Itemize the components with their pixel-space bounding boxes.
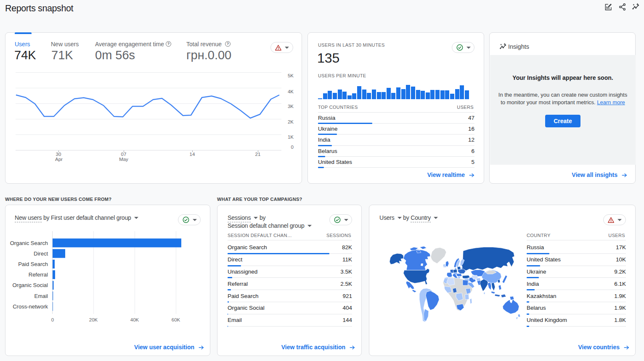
- svg-text:Email: Email: [34, 293, 48, 299]
- svg-text:Referral: Referral: [29, 271, 48, 278]
- svg-text:4K: 4K: [288, 89, 294, 94]
- svg-text:3K: 3K: [288, 104, 294, 109]
- svg-text:20K: 20K: [89, 317, 98, 322]
- svg-text:0: 0: [51, 317, 54, 322]
- svg-text:60K: 60K: [172, 317, 180, 322]
- svg-text:5K: 5K: [288, 73, 294, 78]
- svg-text:07: 07: [121, 152, 127, 157]
- svg-text:30: 30: [56, 152, 61, 157]
- svg-text:Paid Search: Paid Search: [18, 261, 48, 267]
- svg-text:Organic Search: Organic Search: [10, 240, 48, 246]
- svg-text:1K: 1K: [288, 134, 294, 140]
- svg-text:2K: 2K: [288, 119, 294, 124]
- svg-text:40K: 40K: [130, 317, 139, 322]
- svg-text:0: 0: [291, 145, 294, 150]
- svg-text:21: 21: [255, 152, 261, 157]
- svg-text:Cross-network: Cross-network: [13, 303, 48, 310]
- svg-text:14: 14: [190, 152, 195, 157]
- svg-text:Direct: Direct: [34, 250, 48, 257]
- svg-text:Organic Social: Organic Social: [12, 282, 48, 288]
